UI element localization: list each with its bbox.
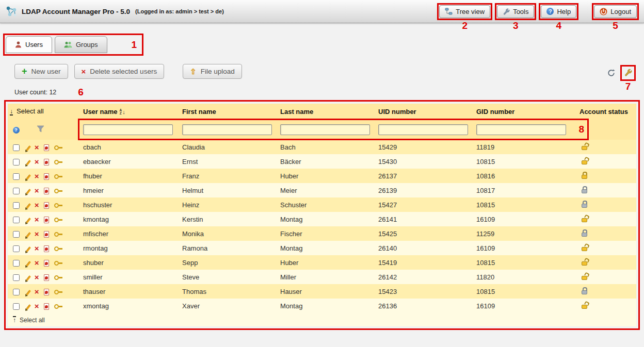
filter-last-name-input[interactable]: [280, 124, 370, 135]
row-checkbox[interactable]: [13, 274, 20, 281]
edit-user-icon[interactable]: [26, 304, 31, 309]
tab-groups[interactable]: Groups: [55, 36, 107, 53]
user-name-cell[interactable]: xmontag: [81, 299, 180, 313]
edit-user-icon[interactable]: [26, 260, 31, 266]
filter-help-icon[interactable]: ?: [13, 127, 20, 134]
tab-users-label: Users: [25, 41, 43, 48]
column-header-user-name[interactable]: User nameAZ↓: [81, 104, 180, 119]
new-user-label: New user: [31, 68, 61, 75]
pdf-export-icon[interactable]: [44, 173, 49, 180]
edit-user-icon[interactable]: [26, 275, 31, 280]
password-change-icon[interactable]: [54, 159, 62, 164]
edit-user-icon[interactable]: [26, 145, 31, 151]
select-all-top[interactable]: ↓Select all: [8, 104, 81, 119]
settings-wrench-icon[interactable]: [624, 68, 632, 76]
filter-first-name-input[interactable]: [182, 124, 272, 135]
delete-user-icon[interactable]: ×: [35, 173, 39, 179]
tabs-row: Users Groups 1: [3, 34, 644, 56]
row-checkbox[interactable]: [13, 188, 20, 194]
edit-user-icon[interactable]: [26, 232, 31, 237]
delete-user-icon[interactable]: ×: [35, 188, 39, 194]
password-change-icon[interactable]: [54, 217, 62, 222]
edit-user-icon[interactable]: [26, 217, 31, 223]
password-change-icon[interactable]: [54, 275, 62, 280]
password-change-icon[interactable]: [54, 203, 62, 208]
user-name-cell[interactable]: hschuster: [81, 197, 180, 212]
password-change-icon[interactable]: [54, 174, 62, 179]
row-checkbox[interactable]: [13, 260, 20, 267]
funnel-icon[interactable]: [37, 125, 44, 133]
delete-user-icon[interactable]: ×: [35, 202, 39, 208]
refresh-icon[interactable]: [607, 69, 615, 77]
user-name-cell[interactable]: shuber: [81, 255, 180, 270]
pdf-export-icon[interactable]: [44, 289, 49, 295]
pdf-export-icon[interactable]: [44, 274, 49, 281]
row-checkbox[interactable]: [13, 245, 20, 252]
delete-user-icon[interactable]: ×: [35, 231, 39, 237]
password-change-icon[interactable]: [54, 304, 62, 309]
new-user-button[interactable]: + New user: [14, 64, 68, 79]
password-change-icon[interactable]: [54, 145, 62, 150]
pdf-export-icon[interactable]: [44, 260, 49, 267]
tab-users[interactable]: Users: [6, 36, 52, 53]
pdf-export-icon[interactable]: [44, 202, 49, 209]
gid-number-cell: 11259: [474, 226, 577, 241]
row-checkbox[interactable]: [13, 202, 20, 209]
gid-number-cell: 16109: [474, 299, 577, 313]
row-checkbox[interactable]: [13, 217, 20, 223]
edit-user-icon[interactable]: [26, 188, 31, 194]
tools-button[interactable]: Tools: [497, 5, 534, 18]
password-change-icon[interactable]: [54, 246, 62, 251]
row-checkbox[interactable]: [13, 289, 20, 295]
user-name-cell[interactable]: smiller: [81, 270, 180, 284]
password-change-icon[interactable]: [54, 260, 62, 266]
row-checkbox[interactable]: [13, 303, 20, 310]
password-change-icon[interactable]: [54, 188, 62, 193]
delete-user-icon[interactable]: ×: [35, 144, 39, 151]
row-checkbox[interactable]: [13, 159, 20, 166]
tree-view-button[interactable]: Tree view: [439, 5, 490, 18]
user-name-cell[interactable]: thauser: [81, 284, 180, 299]
user-name-cell[interactable]: hmeier: [81, 183, 180, 197]
logout-button[interactable]: Logout: [594, 5, 637, 18]
edit-user-icon[interactable]: [26, 246, 31, 252]
pdf-export-icon[interactable]: [44, 303, 49, 310]
table-row: × cbach Claudia Bach 15429 11819: [8, 140, 636, 154]
file-upload-button[interactable]: ⇧ File upload: [183, 64, 242, 79]
row-checkbox[interactable]: [13, 231, 20, 238]
password-change-icon[interactable]: [54, 232, 62, 237]
user-name-cell[interactable]: cbach: [81, 140, 180, 154]
user-name-cell[interactable]: mfischer: [81, 226, 180, 241]
delete-user-icon[interactable]: ×: [35, 274, 39, 280]
user-name-cell[interactable]: ebaecker: [81, 154, 180, 169]
password-change-icon[interactable]: [54, 289, 62, 294]
user-name-cell[interactable]: rmontag: [81, 241, 180, 255]
filter-user-name-input[interactable]: [83, 124, 173, 135]
filter-gid-number-input[interactable]: [476, 124, 566, 135]
pdf-export-icon[interactable]: [44, 188, 49, 194]
pdf-export-icon[interactable]: [44, 231, 49, 238]
edit-user-icon[interactable]: [26, 203, 31, 208]
row-checkbox[interactable]: [13, 144, 20, 151]
edit-user-icon[interactable]: [26, 174, 31, 179]
delete-user-icon[interactable]: ×: [35, 245, 39, 252]
help-button[interactable]: ? Help: [541, 5, 576, 18]
row-checkbox[interactable]: [13, 173, 20, 180]
user-name-cell[interactable]: kmontag: [81, 212, 180, 226]
delete-user-icon[interactable]: ×: [35, 303, 39, 309]
user-name-cell[interactable]: fhuber: [81, 169, 180, 183]
pdf-export-icon[interactable]: [44, 217, 49, 223]
edit-user-icon[interactable]: [26, 159, 31, 165]
delete-user-icon[interactable]: ×: [35, 217, 39, 223]
account-status-icon: [582, 175, 587, 179]
pdf-export-icon[interactable]: [44, 245, 49, 252]
delete-selected-users-button[interactable]: × Delete selected users: [74, 64, 165, 79]
filter-uid-number-input[interactable]: [378, 124, 468, 135]
delete-user-icon[interactable]: ×: [35, 260, 39, 266]
pdf-export-icon[interactable]: [44, 144, 49, 151]
select-all-bottom[interactable]: ↑Select all: [8, 313, 636, 326]
delete-user-icon[interactable]: ×: [35, 159, 39, 165]
pdf-export-icon[interactable]: [44, 159, 49, 166]
delete-user-icon[interactable]: ×: [35, 289, 39, 295]
edit-user-icon[interactable]: [26, 289, 31, 295]
